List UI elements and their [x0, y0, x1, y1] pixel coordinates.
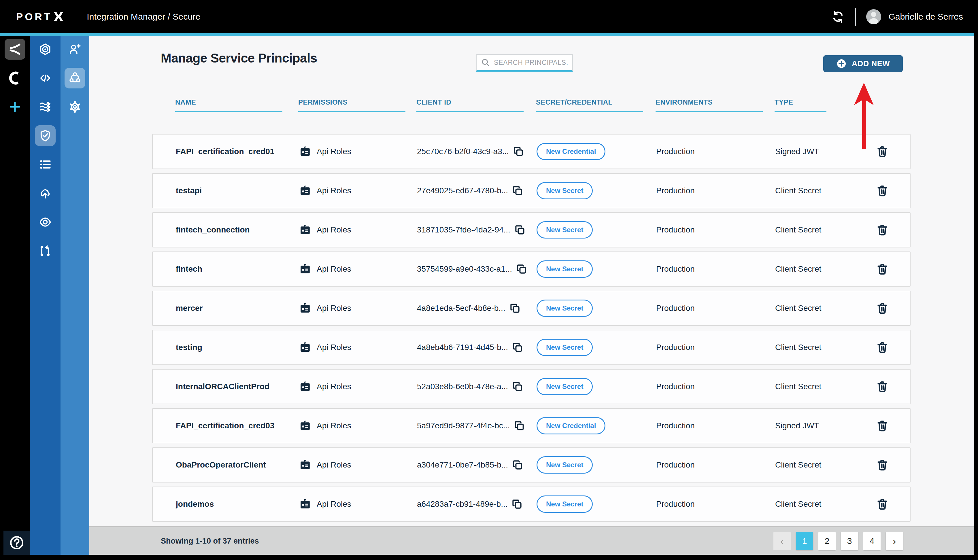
new-credential-button[interactable]: New Credential: [537, 143, 606, 160]
trash-icon[interactable]: [875, 262, 889, 276]
column-header-secret-credential: SECRET/CREDENTIAL: [536, 98, 656, 112]
principal-name: jondemos: [176, 500, 299, 509]
id-badge-icon: [299, 420, 312, 432]
help-icon[interactable]: [8, 535, 25, 551]
permissions-label: Api Roles: [317, 303, 351, 313]
page-button-4[interactable]: 4: [863, 532, 881, 550]
annotation-arrow: [846, 82, 881, 150]
page-button-2[interactable]: 2: [818, 532, 836, 550]
new-secret-button[interactable]: New Secret: [537, 260, 593, 278]
client-id-cell: 5a97ed9d-9877-4f4e-bc...: [417, 420, 537, 432]
secret-credential-cell: New Credential: [537, 143, 656, 160]
trash-icon[interactable]: [875, 380, 889, 393]
previous-page-button[interactable]: ‹: [773, 532, 791, 550]
new-secret-button[interactable]: New Secret: [537, 339, 593, 356]
user-name[interactable]: Gabrielle de Serres: [889, 12, 963, 22]
copy-icon[interactable]: [514, 224, 526, 236]
trash-icon[interactable]: [875, 301, 889, 315]
sidebar-item-mesh[interactable]: [65, 68, 85, 88]
permissions-cell: Api Roles: [299, 223, 417, 236]
copy-icon[interactable]: [511, 459, 524, 471]
breadcrumb: Integration Manager / Secure: [87, 12, 200, 22]
bottom-strip: [0, 555, 978, 560]
environments-value: Production: [656, 500, 775, 509]
showing-entries: Showing 1-10 of 37 entries: [161, 537, 259, 546]
shield-check-icon: [38, 129, 52, 142]
sidebar-item-user-plus[interactable]: [65, 39, 85, 60]
copy-icon[interactable]: [509, 302, 521, 314]
new-secret-button[interactable]: New Secret: [537, 378, 593, 395]
table-row: fintech_connectionApi Roles31871035-7fde…: [152, 212, 911, 247]
sidebar-item-streams[interactable]: [35, 97, 56, 117]
permissions-label: Api Roles: [317, 343, 351, 352]
sidebar-item-plus[interactable]: [5, 97, 25, 117]
copy-icon[interactable]: [511, 498, 523, 510]
permissions-cell: Api Roles: [299, 184, 417, 197]
secret-credential-cell: New Secret: [537, 456, 656, 473]
trash-icon[interactable]: [875, 419, 889, 433]
type-value: Client Secret: [775, 500, 871, 509]
next-page-button[interactable]: ›: [886, 532, 903, 550]
help-tile: [3, 531, 30, 555]
search-box: [476, 54, 573, 72]
sidebar-item-cloud-upload[interactable]: [35, 183, 56, 204]
new-secret-button[interactable]: New Secret: [537, 221, 593, 238]
user-avatar[interactable]: [866, 9, 881, 24]
permissions-label: Api Roles: [317, 265, 351, 274]
trash-icon[interactable]: [875, 458, 889, 472]
client-id-cell: 25c70c76-b2f0-43c9-a3...: [417, 145, 537, 158]
id-badge-icon: [299, 184, 312, 197]
table-row: InternalORCAClientProdApi Roles52a03e8b-…: [152, 369, 911, 404]
sidebar-item-list[interactable]: [35, 154, 56, 175]
refresh-icon[interactable]: [831, 10, 845, 23]
sidebar-item-hex-node[interactable]: [35, 39, 56, 60]
sidebar-item-git-branch[interactable]: [35, 240, 56, 261]
trash-icon[interactable]: [875, 184, 889, 198]
type-value: Client Secret: [775, 343, 871, 352]
permissions-label: Api Roles: [317, 382, 351, 391]
permissions-label: Api Roles: [317, 147, 351, 156]
new-secret-button[interactable]: New Secret: [537, 300, 593, 317]
sidebar-item-shield-check[interactable]: [35, 125, 56, 146]
new-credential-button[interactable]: New Credential: [537, 417, 606, 434]
trash-icon[interactable]: [875, 497, 889, 511]
copy-icon[interactable]: [511, 342, 524, 353]
sidebar-item-portx-mark[interactable]: [5, 39, 25, 60]
type-value: Client Secret: [775, 460, 871, 470]
trash-icon[interactable]: [875, 223, 889, 237]
principal-name: ObaProcOperatorClient: [176, 460, 299, 470]
copy-icon[interactable]: [511, 380, 524, 393]
environments-value: Production: [656, 382, 775, 391]
type-value: Client Secret: [775, 225, 871, 235]
trash-icon[interactable]: [875, 340, 889, 354]
page-button-1[interactable]: 1: [796, 532, 813, 550]
environments-value: Production: [656, 460, 775, 470]
copy-icon[interactable]: [516, 263, 527, 275]
client-id-value: 25c70c76-b2f0-43c9-a3...: [417, 147, 509, 156]
id-badge-icon: [299, 263, 312, 275]
new-secret-button[interactable]: New Secret: [537, 495, 593, 513]
new-secret-button[interactable]: New Secret: [537, 456, 593, 473]
copy-icon[interactable]: [511, 185, 524, 197]
sidebar-item-gear[interactable]: [65, 97, 85, 117]
sidebar-item-eye[interactable]: [35, 212, 56, 232]
logo-text: PORT: [16, 11, 52, 22]
right-strip: [974, 0, 978, 560]
add-new-button[interactable]: ADD NEW: [823, 55, 903, 72]
search-icon: [481, 58, 491, 67]
portx-logo: PORT: [0, 11, 64, 22]
type-value: Client Secret: [775, 382, 871, 391]
client-id-cell: a304e771-0be7-4b85-b...: [417, 459, 537, 471]
sidebar-item-code[interactable]: [35, 68, 56, 88]
portx-x-mark-icon: [53, 11, 64, 22]
orca-icon: [8, 72, 22, 85]
page-button-3[interactable]: 3: [841, 532, 858, 550]
copy-icon[interactable]: [512, 145, 524, 158]
environments-value: Production: [656, 265, 775, 274]
new-secret-button[interactable]: New Secret: [537, 182, 593, 199]
copy-icon[interactable]: [513, 420, 525, 432]
sidebar-item-orca[interactable]: [5, 68, 25, 88]
principal-name: testapi: [176, 186, 299, 195]
search-input[interactable]: [493, 58, 568, 67]
principal-name: fintech_connection: [176, 225, 299, 235]
